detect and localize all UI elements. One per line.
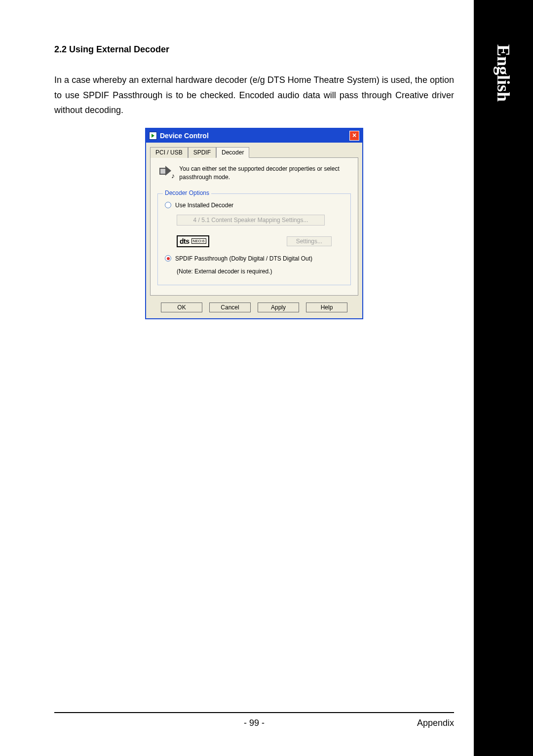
dts-sublabel: NEO:6	[191, 238, 206, 244]
radio-spdif-passthrough-label: SPDIF Passthrough (Dolby Digital / DTS D…	[175, 255, 312, 262]
footer-section: Appendix	[417, 718, 454, 728]
ok-button[interactable]: OK	[161, 302, 202, 312]
dialog-button-row: OK Cancel Apply Help	[146, 300, 362, 318]
close-icon[interactable]: ×	[349, 131, 359, 141]
apply-button[interactable]: Apply	[258, 302, 299, 312]
spdif-note: (Note: External decoder is required.)	[177, 268, 343, 275]
app-icon	[149, 132, 157, 140]
page-footer: - 99 - Appendix	[54, 712, 454, 728]
tab-row: PCI / USB SPDIF Decoder	[146, 143, 362, 157]
dts-logo: dts NEO:6	[177, 235, 209, 247]
radio-spdif-passthrough[interactable]	[165, 255, 171, 262]
device-control-dialog: Device Control × PCI / USB SPDIF Decoder…	[145, 128, 363, 319]
language-tab: English	[474, 35, 533, 118]
help-button[interactable]: Help	[306, 302, 347, 312]
radio-use-installed-decoder-label: Use Installed Decoder	[175, 202, 233, 209]
dts-logo-text: dts	[180, 237, 190, 245]
tab-decoder[interactable]: Decoder	[216, 147, 249, 158]
tab-panel-decoder: ♪ You can either set the supported decod…	[150, 157, 358, 296]
group-legend: Decoder Options	[163, 189, 211, 196]
speaker-mapping-button: 4 / 5.1 Content Speaker Mapping Settings…	[177, 215, 325, 226]
intro-text: You can either set the supported decoder…	[179, 165, 351, 182]
dts-settings-button: Settings...	[287, 236, 332, 246]
tab-pci-usb[interactable]: PCI / USB	[150, 147, 188, 158]
section-body: In a case whereby an external hardware d…	[54, 73, 454, 118]
cancel-button[interactable]: Cancel	[209, 302, 251, 312]
section-heading: 2.2 Using External Decoder	[54, 44, 454, 55]
tab-spdif[interactable]: SPDIF	[188, 147, 216, 158]
dialog-title: Device Control	[160, 132, 209, 140]
decoder-options-group: Decoder Options Use Installed Decoder 4 …	[157, 193, 351, 285]
radio-use-installed-decoder[interactable]	[165, 202, 171, 208]
titlebar[interactable]: Device Control ×	[146, 129, 362, 143]
page-number: - 99 -	[244, 718, 265, 728]
speaker-icon: ♪	[157, 165, 173, 185]
